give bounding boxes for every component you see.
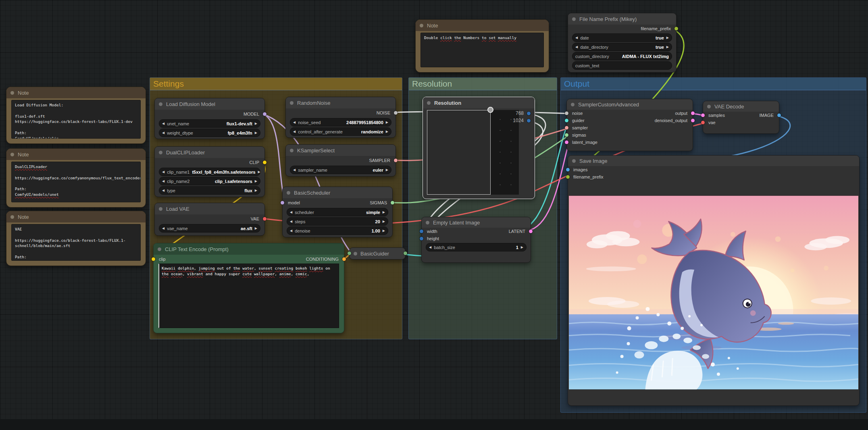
increment-arrow-icon[interactable]: ▶ [383, 220, 385, 223]
height-output-slot[interactable] [527, 119, 531, 123]
node-title-bar[interactable]: Resolution [423, 97, 535, 108]
note-title-bar[interactable]: Note [416, 20, 549, 31]
sampler-input-slot[interactable] [565, 126, 568, 130]
node-load-diffusion-model[interactable]: Load Diffusion Model MODEL ◀unet_nameflu… [154, 98, 265, 139]
node-title-bar[interactable]: Save Image [568, 156, 859, 166]
decrement-arrow-icon[interactable]: ◀ [575, 46, 578, 49]
widget-type[interactable]: ◀typeflux▶ [159, 186, 260, 195]
increment-arrow-icon[interactable]: ▶ [255, 122, 257, 125]
increment-arrow-icon[interactable]: ▶ [255, 189, 257, 192]
note-dualclip[interactable]: Note DualCLIPLoader https://huggingface.… [6, 148, 146, 208]
decrement-arrow-icon[interactable]: ◀ [162, 131, 164, 135]
clip-output-slot[interactable] [263, 161, 266, 164]
guider-input-slot[interactable] [348, 251, 351, 255]
width-input-slot[interactable] [420, 230, 423, 233]
model-output-slot[interactable] [263, 112, 266, 116]
resolution-drag-handle[interactable] [487, 107, 493, 113]
increment-arrow-icon[interactable]: ▶ [386, 168, 388, 172]
widget-custom-directory[interactable]: custom_directoryAIDMA - FLUX txt2img [572, 52, 672, 60]
widget-control-after-generate[interactable]: ◀control_after_generaterandomize▶ [290, 127, 391, 136]
node-title-bar[interactable]: DualCLIPLoader [155, 147, 264, 158]
note-vae[interactable]: Note VAE https://huggingface.co/black-fo… [6, 211, 146, 266]
model-input-slot[interactable] [281, 201, 284, 205]
increment-arrow-icon[interactable]: ▶ [521, 246, 523, 249]
note-load-diffusion[interactable]: Note Load Diffusion Model: flux1-def.sft… [6, 87, 146, 144]
note-text[interactable]: DualCLIPLoader https://huggingface.co/co… [11, 162, 141, 202]
widget-date[interactable]: ◀datetrue▶ [572, 33, 672, 42]
node-vae-decode[interactable]: VAE Decode samplesIMAGE vae [703, 101, 779, 134]
widget-noise-seed[interactable]: ◀noise_seed248879951854800▶ [290, 118, 391, 127]
decrement-arrow-icon[interactable]: ◀ [162, 122, 164, 125]
node-title-bar[interactable]: Load Diffusion Model [155, 98, 264, 110]
guider-input-slot[interactable] [565, 119, 568, 123]
filename-prefix-input-slot[interactable] [566, 175, 570, 179]
decrement-arrow-icon[interactable]: ◀ [162, 180, 164, 183]
node-empty-latent-image[interactable]: Empty Latent Image widthLATENT height ◀b… [421, 217, 531, 263]
decrement-arrow-icon[interactable]: ◀ [429, 246, 431, 249]
node-load-vae[interactable]: Load VAE VAE ◀vae_nameae.sft▶ [154, 203, 265, 236]
widget-date-directory[interactable]: ◀date_directorytrue▶ [572, 43, 672, 51]
note-text[interactable]: Load Diffusion Model: flux1-def.sft http… [11, 100, 141, 139]
node-randomnoise[interactable]: RandomNoise NOISE ◀noise_seed24887995185… [285, 97, 396, 138]
sigmas-output-slot[interactable] [391, 201, 394, 205]
node-title-bar[interactable]: Load VAE [155, 203, 264, 214]
decrement-arrow-icon[interactable]: ◀ [293, 130, 296, 133]
node-title-bar[interactable]: CLIP Text Encode (Prompt) [154, 243, 344, 255]
note-title-bar[interactable]: Note [6, 149, 146, 160]
widget-sampler-name[interactable]: ◀sampler_nameeuler▶ [290, 166, 391, 174]
decrement-arrow-icon[interactable]: ◀ [293, 168, 296, 172]
node-title-bar[interactable]: RandomNoise [286, 97, 395, 108]
node-samplercustomadvanced[interactable]: SamplerCustomAdvanced noiseoutput guider… [566, 99, 693, 151]
increment-arrow-icon[interactable]: ▶ [666, 36, 669, 39]
decrement-arrow-icon[interactable]: ◀ [162, 227, 164, 230]
resolution-pad[interactable] [427, 110, 519, 195]
note-text[interactable]: VAE https://huggingface.co/black-forest-… [11, 224, 141, 261]
increment-arrow-icon[interactable]: ▶ [255, 180, 257, 183]
widget-denoise[interactable]: ◀denoise1.00▶ [287, 226, 388, 235]
group-output-title[interactable]: Output [561, 78, 866, 90]
widget-clip-name2[interactable]: ◀clip_name2clip_l.safetensors▶ [159, 177, 260, 185]
output-slot[interactable] [691, 112, 695, 115]
increment-arrow-icon[interactable]: ▶ [383, 211, 385, 214]
denoised-output-slot[interactable] [691, 119, 695, 123]
widget-clip-name1[interactable]: ◀clip_name1t5xxl_fp8_e4m3fn.safetensors▶ [159, 168, 260, 176]
filename-prefix-output-slot[interactable] [674, 27, 678, 31]
group-resolution-title[interactable]: Resolution [409, 78, 557, 90]
latent-image-input-slot[interactable] [565, 141, 568, 144]
height-input-slot[interactable] [420, 237, 423, 241]
noise-input-slot[interactable] [565, 112, 568, 115]
widget-batch-size[interactable]: ◀batch_size1▶ [426, 243, 527, 251]
image-output-slot[interactable] [777, 114, 781, 117]
node-save-image[interactable]: Save Image images filename_prefix [568, 155, 860, 406]
node-dualcliploader[interactable]: DualCLIPLoader CLIP ◀clip_name1t5xxl_fp8… [154, 146, 265, 197]
sigmas-input-slot[interactable] [565, 133, 568, 137]
widget-scheduler[interactable]: ◀schedulersimple▶ [287, 208, 388, 216]
note-title-bar[interactable]: Note [6, 87, 146, 98]
decrement-arrow-icon[interactable]: ◀ [293, 121, 296, 124]
increment-arrow-icon[interactable]: ▶ [258, 170, 260, 174]
note-title-bar[interactable]: Note [6, 211, 146, 222]
noise-output-slot[interactable] [394, 111, 398, 115]
clip-input-slot[interactable] [152, 258, 155, 261]
node-title-bar[interactable]: BasicScheduler [283, 187, 392, 198]
increment-arrow-icon[interactable]: ▶ [255, 131, 257, 135]
widget-steps[interactable]: ◀steps20▶ [287, 217, 388, 226]
increment-arrow-icon[interactable]: ▶ [386, 121, 388, 124]
generated-image-preview[interactable] [569, 195, 858, 390]
images-input-slot[interactable] [566, 168, 570, 172]
width-output-slot[interactable] [527, 112, 531, 115]
widget-vae-name[interactable]: ◀vae_nameae.sft▶ [159, 224, 260, 233]
increment-arrow-icon[interactable]: ▶ [666, 46, 669, 49]
node-title-bar[interactable]: Empty Latent Image [422, 217, 531, 228]
decrement-arrow-icon[interactable]: ◀ [290, 220, 292, 223]
decrement-arrow-icon[interactable]: ◀ [162, 170, 164, 174]
node-resolution[interactable]: Resolution 768 1024 [423, 97, 535, 199]
widget-unet-name[interactable]: ◀unet_nameflux1-dev.sft▶ [159, 119, 260, 128]
latent-output-slot[interactable] [529, 230, 533, 233]
increment-arrow-icon[interactable]: ▶ [383, 229, 385, 233]
vae-output-slot[interactable] [263, 217, 266, 221]
note-text[interactable]: Double click the Numbers to set manually [420, 33, 544, 67]
node-title-bar[interactable]: SamplerCustomAdvanced [567, 99, 693, 110]
node-ksamplerselect[interactable]: KSamplerSelect SAMPLER ◀sampler_nameeule… [285, 144, 396, 177]
node-basicscheduler[interactable]: BasicScheduler modelSIGMAS ◀schedulersim… [282, 187, 393, 237]
